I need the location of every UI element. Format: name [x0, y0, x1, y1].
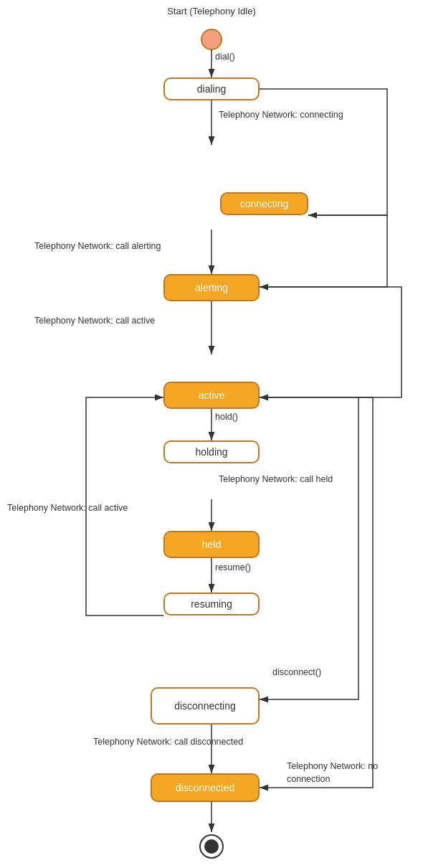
state-held: held: [163, 531, 260, 558]
disconnect-label: disconnect(): [272, 667, 321, 677]
state-connecting: connecting: [220, 192, 308, 215]
telephony-no-connection-label: Telephony Network: no connection: [287, 760, 423, 786]
state-disconnecting: disconnecting: [151, 687, 260, 725]
telephony-connecting-label: Telephony Network: connecting: [219, 109, 343, 122]
state-holding: holding: [163, 440, 260, 463]
state-disconnected: disconnected: [151, 773, 260, 802]
dial-label: dial(): [215, 52, 235, 62]
state-alerting: alerting: [163, 274, 260, 301]
telephony-alerting-label: Telephony Network: call alerting: [34, 241, 161, 251]
resume-label: resume(): [215, 562, 251, 572]
state-active: active: [163, 382, 260, 409]
telephony-call-active-left-label: Telephony Network: call active: [7, 502, 128, 515]
telephony-held-label: Telephony Network: call held: [219, 473, 333, 486]
start-label: Start (Telephony Idle): [140, 6, 283, 16]
state-resuming: resuming: [163, 593, 260, 615]
svg-point-13: [204, 839, 219, 854]
hold-label: hold(): [215, 412, 238, 422]
svg-point-2: [201, 29, 222, 49]
state-dialing: dialing: [163, 77, 260, 100]
telephony-disconnected-label: Telephony Network: call disconnected: [93, 736, 243, 749]
telephony-active-label: Telephony Network: call active: [34, 316, 155, 326]
